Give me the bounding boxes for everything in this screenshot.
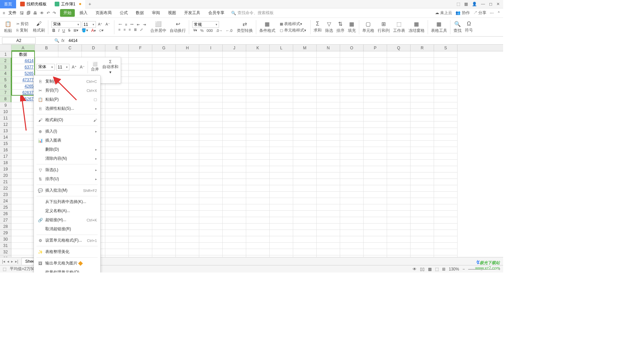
cell[interactable] [223, 141, 246, 147]
cell[interactable] [176, 83, 199, 90]
cell[interactable] [293, 141, 317, 147]
view-pagebreak-icon[interactable]: ⊞ [442, 267, 445, 271]
cell[interactable] [129, 134, 152, 141]
cell[interactable] [246, 230, 270, 236]
cell[interactable] [246, 217, 270, 223]
cell[interactable] [105, 166, 129, 172]
cell[interactable] [105, 90, 129, 96]
cell[interactable] [223, 70, 246, 77]
cell[interactable] [411, 192, 434, 198]
cell[interactable] [129, 166, 152, 172]
cell[interactable] [129, 217, 152, 223]
cell[interactable] [11, 249, 35, 255]
cell[interactable] [340, 51, 364, 58]
cell[interactable] [176, 134, 199, 141]
cell[interactable] [411, 223, 434, 230]
col-header[interactable]: I [199, 45, 223, 51]
cell[interactable] [340, 134, 364, 141]
row-header[interactable]: 25 [0, 204, 11, 211]
cell[interactable] [176, 192, 199, 198]
cell[interactable] [129, 96, 152, 102]
cut-button[interactable]: ✂ 剪切 [15, 21, 30, 27]
align-middle-icon[interactable]: ≡ [124, 22, 128, 27]
cell[interactable] [411, 211, 434, 217]
cell[interactable] [364, 134, 387, 141]
menu-tab-review[interactable]: 审阅 [149, 9, 163, 17]
cell[interactable] [411, 109, 434, 115]
cell[interactable] [317, 115, 340, 121]
cell[interactable] [223, 83, 246, 90]
cell[interactable] [270, 249, 293, 255]
cell[interactable] [11, 134, 35, 141]
cell[interactable] [105, 141, 129, 147]
cell[interactable] [293, 134, 317, 141]
cell[interactable] [176, 166, 199, 172]
cell[interactable] [152, 236, 176, 243]
ctx-cut[interactable]: ✂剪切(T)Ctrl+X [34, 86, 100, 95]
cell[interactable] [293, 166, 317, 172]
col-header[interactable]: S [434, 45, 458, 51]
cell[interactable] [199, 223, 223, 230]
row-header[interactable]: 29 [0, 230, 11, 236]
cell[interactable] [129, 64, 152, 70]
cell[interactable] [340, 185, 364, 192]
cell[interactable]: 6377 [11, 64, 35, 70]
cell[interactable] [176, 102, 199, 109]
cell[interactable] [152, 147, 176, 153]
find-button[interactable]: 🔍查找 [452, 20, 463, 34]
sort-button[interactable]: ⇅排序 [335, 20, 346, 34]
cell[interactable] [293, 102, 317, 109]
col-header[interactable]: Q [387, 45, 411, 51]
cell[interactable] [105, 236, 129, 243]
font-name-select[interactable]: 宋体▾ [51, 21, 81, 28]
cell[interactable] [152, 51, 176, 58]
cell[interactable] [340, 217, 364, 223]
cell[interactable] [199, 230, 223, 236]
cell[interactable] [270, 223, 293, 230]
cell[interactable] [411, 217, 434, 223]
cell[interactable] [317, 51, 340, 58]
cell[interactable] [129, 128, 152, 134]
save-icon[interactable]: 🖫 [20, 11, 24, 15]
cell[interactable] [434, 243, 458, 249]
cell[interactable] [270, 185, 293, 192]
row-header[interactable]: 11 [0, 115, 11, 121]
cell[interactable] [129, 115, 152, 121]
cell[interactable] [270, 90, 293, 96]
cell[interactable] [246, 160, 270, 166]
cell[interactable] [340, 90, 364, 96]
paste-options-icon[interactable]: ▢ [94, 97, 97, 102]
format-painter-button[interactable]: 🖌格式刷 [32, 20, 46, 34]
mini-merge-button[interactable]: ⬜合并 [90, 61, 100, 73]
col-header[interactable]: D [82, 45, 105, 51]
cell[interactable] [270, 198, 293, 204]
cell[interactable] [176, 160, 199, 166]
cell[interactable] [411, 121, 434, 128]
cell[interactable] [176, 230, 199, 236]
menu-tab-insert[interactable]: 插入 [76, 9, 91, 17]
cell[interactable] [387, 236, 411, 243]
cell[interactable] [199, 77, 223, 83]
cell[interactable] [152, 153, 176, 160]
italic-button[interactable]: I [57, 28, 60, 33]
cell[interactable] [434, 217, 458, 223]
cell[interactable] [199, 102, 223, 109]
indent-decrease-icon[interactable]: ⇤ [136, 22, 141, 27]
table-tools-button[interactable]: ▦表格工具 [430, 20, 448, 34]
cell[interactable] [176, 217, 199, 223]
cell[interactable] [129, 109, 152, 115]
cell[interactable] [152, 249, 176, 255]
saveas-icon[interactable]: 🗐 [26, 11, 31, 15]
cell[interactable] [293, 147, 317, 153]
cell[interactable] [11, 223, 35, 230]
number-format-select[interactable]: 常规▾ [192, 21, 219, 28]
cell[interactable] [387, 115, 411, 121]
fx-search-icon[interactable]: 🔍 [54, 38, 59, 43]
file-menu[interactable]: ≡ 文件 [3, 10, 16, 16]
cell[interactable] [340, 236, 364, 243]
cell[interactable] [246, 121, 270, 128]
cell[interactable] [434, 192, 458, 198]
cell[interactable] [317, 185, 340, 192]
cell[interactable] [411, 51, 434, 58]
cell[interactable] [152, 243, 176, 249]
